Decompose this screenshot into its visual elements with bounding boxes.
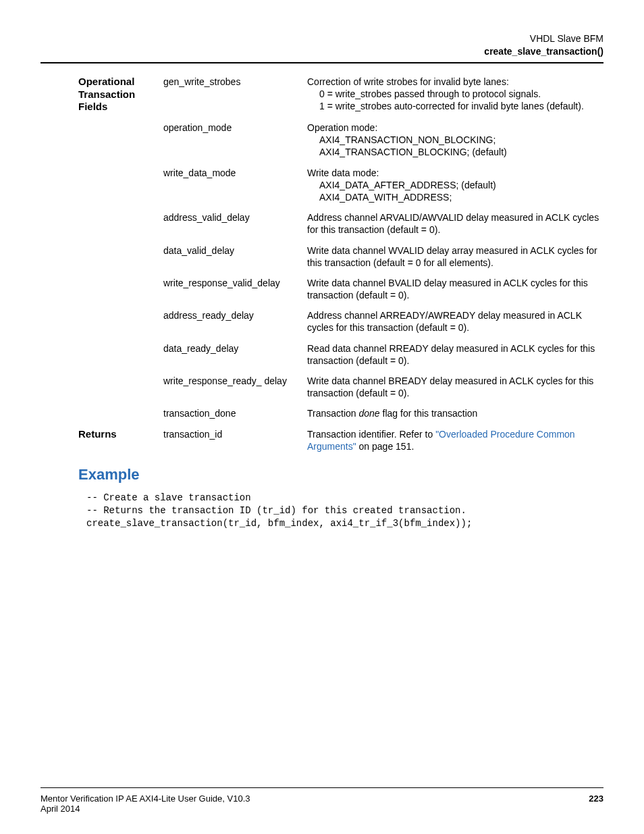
section-label-op-fields: Operational Transaction Fields — [78, 76, 163, 113]
desc-opt: AXI4_TRANSACTION_NON_BLOCKING; — [307, 134, 603, 146]
field-row: data_ready_delay Read data channel RREAD… — [78, 342, 603, 367]
field-name: transaction_done — [163, 407, 307, 419]
field-name: address_ready_delay — [163, 309, 307, 334]
field-name: data_valid_delay — [163, 244, 307, 269]
footer-doc-title: Mentor Verification IP AE AXI4-Lite User… — [41, 793, 250, 804]
field-desc: Write data channel WVALID delay array me… — [307, 244, 603, 269]
field-row: operation_mode Operation mode: AXI4_TRAN… — [78, 122, 603, 159]
desc-text: Transaction — [307, 408, 359, 419]
desc-text: Transaction identifier. Refer to — [307, 429, 435, 440]
header-line-2: create_slave_transaction() — [41, 45, 603, 58]
desc-intro: Correction of write strobes for invalid … — [307, 76, 509, 87]
field-desc: Read data channel RREADY delay measured … — [307, 342, 603, 367]
field-row: write_response_valid_delay Write data ch… — [78, 277, 603, 301]
desc-opt: AXI4_TRANSACTION_BLOCKING; (default) — [307, 146, 603, 158]
field-row: address_valid_delay Address channel ARVA… — [78, 211, 603, 236]
field-row: Returns transaction_id Transaction ident… — [78, 428, 603, 452]
field-name: gen_write_strobes — [163, 76, 307, 113]
field-desc: Write data channel BREADY delay measured… — [307, 375, 603, 399]
desc-text: on page 151. — [356, 441, 414, 452]
main-content: Operational Transaction Fields gen_write… — [41, 76, 603, 530]
field-desc: Transaction done flag for this transacti… — [307, 407, 603, 419]
field-row: transaction_done Transaction done flag f… — [78, 407, 603, 419]
field-name: write_data_mode — [163, 167, 307, 204]
desc-intro: Operation mode: — [307, 122, 377, 133]
desc-opt0: 0 = write_strobes passed through to prot… — [307, 88, 603, 100]
desc-opt1: 1 = write_strobes auto-corrected for inv… — [307, 100, 603, 112]
field-name: write_response_valid_delay — [163, 277, 307, 301]
desc-em: done — [359, 408, 380, 419]
field-row: address_ready_delay Address channel ARRE… — [78, 309, 603, 334]
field-row: Operational Transaction Fields gen_write… — [78, 76, 603, 113]
example-heading: Example — [78, 466, 603, 484]
desc-opt: AXI4_DATA_AFTER_ADDRESS; (default) — [307, 179, 603, 191]
field-name: data_ready_delay — [163, 342, 307, 367]
field-name: transaction_id — [163, 428, 307, 452]
desc-opt: AXI4_DATA_WITH_ADDRESS; — [307, 191, 603, 203]
header-line-1: VHDL Slave BFM — [41, 32, 603, 45]
field-desc: Transaction identifier. Refer to "Overlo… — [307, 428, 603, 452]
field-name: operation_mode — [163, 122, 307, 159]
page-header: VHDL Slave BFM create_slave_transaction(… — [41, 32, 603, 58]
footer-date: April 2014 — [41, 804, 250, 814]
header-rule — [41, 62, 603, 63]
page-footer: Mentor Verification IP AE AXI4-Lite User… — [41, 787, 603, 814]
field-name: address_valid_delay — [163, 211, 307, 236]
desc-intro: Write data mode: — [307, 167, 379, 178]
field-desc: Address channel ARVALID/AWVALID delay me… — [307, 211, 603, 236]
code-block: -- Create a slave transaction -- Returns… — [86, 492, 603, 530]
field-desc: Correction of write strobes for invalid … — [307, 76, 603, 113]
field-desc: Write data mode: AXI4_DATA_AFTER_ADDRESS… — [307, 167, 603, 204]
desc-text: flag for this transaction — [380, 408, 478, 419]
section-label-returns: Returns — [78, 428, 163, 452]
footer-left: Mentor Verification IP AE AXI4-Lite User… — [41, 793, 250, 814]
page-number: 223 — [589, 793, 603, 814]
field-row: write_data_mode Write data mode: AXI4_DA… — [78, 167, 603, 204]
field-desc: Address channel ARREADY/AWREADY delay me… — [307, 309, 603, 334]
field-desc: Write data channel BVALID delay measured… — [307, 277, 603, 301]
field-row: data_valid_delay Write data channel WVAL… — [78, 244, 603, 269]
field-name: write_response_ready_ delay — [163, 375, 307, 399]
field-desc: Operation mode: AXI4_TRANSACTION_NON_BLO… — [307, 122, 603, 159]
field-row: write_response_ready_ delay Write data c… — [78, 375, 603, 399]
